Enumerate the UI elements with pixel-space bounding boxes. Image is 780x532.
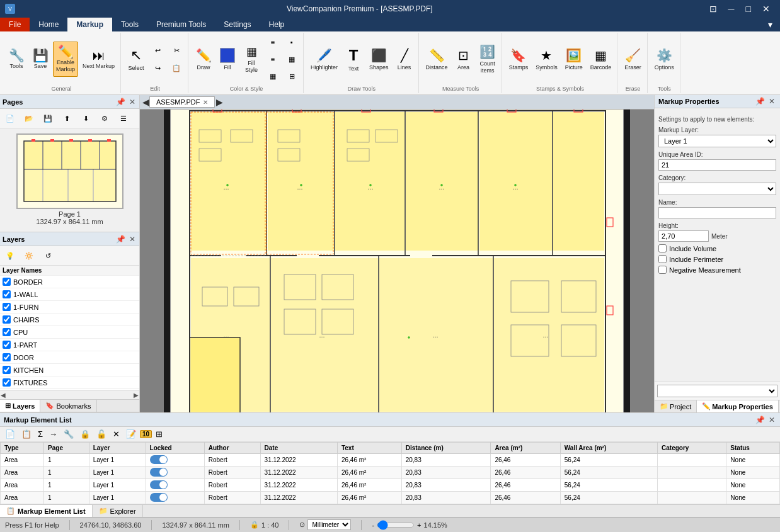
save-btn[interactable]: 💾 Save — [29, 42, 52, 77]
canvas-tab-asesmp[interactable]: ASESMP.PDF ✕ — [149, 96, 215, 108]
align-center-btn[interactable]: ≡ — [264, 51, 282, 67]
layer-reset-btn[interactable]: ↺ — [39, 247, 57, 264]
window-controls[interactable]: ⊡ ─ □ ✕ — [704, 3, 775, 15]
table-row[interactable]: Area 1 Layer 1 Robert 31.12.2022 26,46 m… — [1, 467, 780, 479]
barcode-btn[interactable]: ▦ Barcode — [587, 42, 615, 77]
tab-settings[interactable]: Settings — [215, 18, 260, 31]
lines-btn[interactable]: ╱ Lines — [393, 42, 416, 77]
shapes-btn[interactable]: ⬛ Shapes — [366, 42, 392, 77]
locked-toggle[interactable] — [150, 455, 168, 464]
layer-1furn-checkbox[interactable] — [3, 303, 11, 311]
page-list-btn[interactable]: ☰ — [115, 110, 132, 127]
layer-1part-checkbox[interactable] — [3, 341, 11, 349]
tab-markup[interactable]: Markup — [67, 18, 112, 31]
mel-sum-btn[interactable]: Σ — [35, 428, 45, 440]
height-input[interactable] — [658, 230, 709, 242]
markup-layer-select[interactable]: Layer 1 — [658, 135, 776, 147]
tab-markup-properties[interactable]: ✏️ Markup Properties — [697, 400, 779, 412]
layer-cpu[interactable]: CPU — [0, 326, 139, 339]
copy-btn[interactable]: 📋 — [168, 60, 185, 76]
markup-dropdown-extra[interactable] — [657, 385, 777, 397]
restore-btn[interactable]: ⊡ — [704, 3, 722, 15]
layers-scroll-left[interactable]: ◀ — [1, 392, 6, 399]
picture-btn[interactable]: 🖼️ Picture — [562, 42, 586, 77]
canvas-prev-btn[interactable]: ◀ — [142, 97, 149, 107]
page-save-btn[interactable]: 💾 — [39, 110, 57, 127]
text-btn[interactable]: T Text — [342, 42, 365, 77]
layer-border[interactable]: BORDER — [0, 276, 139, 288]
table-row[interactable]: Area 1 Layer 1 Robert 31.12.2022 26,46 m… — [1, 479, 780, 492]
table-row[interactable]: Area 1 Layer 1 Robert 31.12.2022 26,46 m… — [1, 454, 780, 467]
options-btn[interactable]: ⚙️ Options — [651, 42, 677, 77]
table-row[interactable]: Area 1 Layer 1 Robert 31.12.2022 26,46 m… — [1, 492, 780, 504]
mel-pin[interactable]: 📌 — [754, 416, 766, 424]
tab-file[interactable]: File — [0, 18, 30, 31]
tab-layers-main[interactable]: ⊞ Layers — [0, 400, 40, 412]
layer-fixtures[interactable]: FIXTURES — [0, 376, 139, 389]
category-select[interactable] — [658, 183, 776, 195]
layers-panel-close[interactable]: ✕ — [128, 235, 137, 244]
mel-delete-btn[interactable]: ✕ — [110, 428, 122, 440]
stamps-btn[interactable]: 🔖 Stamps — [506, 42, 532, 77]
layer-1-furn[interactable]: 1-FURN — [0, 301, 139, 314]
canvas-next-btn[interactable]: ▶ — [216, 97, 223, 107]
layer-door[interactable]: DOOR — [0, 351, 139, 364]
layers-panel-pin[interactable]: 📌 — [115, 235, 127, 244]
ribbon-options-btn[interactable]: ▾ — [763, 18, 777, 31]
layer-1wall-checkbox[interactable] — [3, 290, 11, 298]
unique-area-id-input[interactable] — [658, 159, 776, 171]
pages-panel-pin[interactable]: 📌 — [115, 98, 127, 106]
mel-lock-btn[interactable]: 🔒 — [77, 428, 93, 440]
count-items-btn[interactable]: 🔢 CountItems — [476, 42, 499, 77]
select-btn[interactable]: ↖ Select — [125, 40, 147, 78]
mel-table-container[interactable]: Type Page Layer Locked Author Date Text … — [0, 442, 780, 504]
layer-chairs-checkbox[interactable] — [3, 315, 11, 324]
cut-btn[interactable]: ✂ — [168, 42, 185, 59]
distance-btn[interactable]: 📏 Distance — [423, 42, 451, 77]
layer-1-part[interactable]: 1-PART — [0, 339, 139, 351]
eraser-btn[interactable]: 🧹 Eraser — [621, 42, 645, 77]
page-up-btn[interactable]: ⬆ — [58, 110, 76, 127]
zoom-out-btn[interactable]: - — [372, 521, 374, 529]
page-open-btn[interactable]: 📂 — [20, 110, 38, 127]
close-btn[interactable]: ✕ — [757, 3, 775, 15]
page-1-thumb[interactable] — [16, 133, 123, 209]
page-new-btn[interactable]: 📄 — [1, 110, 19, 127]
layer-visible-btn[interactable]: 💡 — [1, 247, 19, 264]
markup-props-close[interactable]: ✕ — [767, 97, 776, 106]
layer-kitchen[interactable]: KITCHEN — [0, 364, 139, 376]
mel-filter-btn[interactable]: 🔧 — [61, 428, 76, 440]
align-right-btn[interactable]: ▦ — [264, 68, 282, 84]
maximize-btn[interactable]: □ — [741, 3, 756, 15]
tab-home[interactable]: Home — [30, 18, 67, 31]
unit-select[interactable]: Millimeter — [307, 519, 351, 530]
canvas-content[interactable]: ... ... ... ... ... ... ... ... ... — [140, 110, 654, 412]
style2-btn[interactable]: ▦ — [283, 51, 301, 67]
next-markup-btn[interactable]: ⏭ Next Markup — [79, 42, 118, 77]
mel-add-btn[interactable]: 📋 — [19, 428, 34, 440]
mel-note-btn[interactable]: 📝 — [123, 428, 139, 440]
page-down-btn[interactable]: ⬇ — [77, 110, 95, 127]
include-volume-checkbox[interactable] — [658, 244, 667, 252]
name-input[interactable] — [658, 207, 776, 218]
markup-props-pin[interactable]: 📌 — [754, 97, 766, 106]
area-btn[interactable]: ⊡ Area — [452, 42, 475, 77]
mel-new-btn[interactable]: 📄 — [3, 428, 18, 440]
page-thumbnail[interactable]: Page 1 1324.97 x 864.11 mm — [16, 133, 123, 227]
mel-unlock-btn[interactable]: 🔓 — [94, 428, 109, 440]
tab-bookmarks[interactable]: 🔖 Bookmarks — [40, 400, 96, 412]
canvas-tab-close-btn[interactable]: ✕ — [203, 99, 208, 106]
fill-btn[interactable]: Fill — [216, 42, 239, 77]
layer-kitchen-checkbox[interactable] — [3, 366, 11, 374]
tools-btn[interactable]: 🔧 Tools — [5, 42, 28, 77]
mel-columns-btn[interactable]: ⊞ — [153, 428, 165, 440]
layers-scroll-right[interactable]: ▶ — [134, 392, 139, 399]
tab-tools[interactable]: Tools — [112, 18, 147, 31]
style1-btn[interactable]: ▪ — [283, 34, 301, 50]
highlighter-btn[interactable]: 🖊️ Highlighter — [307, 42, 341, 77]
fill-style-btn[interactable]: ▦ FillStyle — [240, 42, 263, 77]
symbols-btn[interactable]: ★ Symbols — [532, 42, 561, 77]
undo-btn[interactable]: ↩ — [149, 42, 166, 59]
page-settings-btn[interactable]: ⚙ — [96, 110, 113, 127]
layer-cpu-checkbox[interactable] — [3, 328, 11, 336]
